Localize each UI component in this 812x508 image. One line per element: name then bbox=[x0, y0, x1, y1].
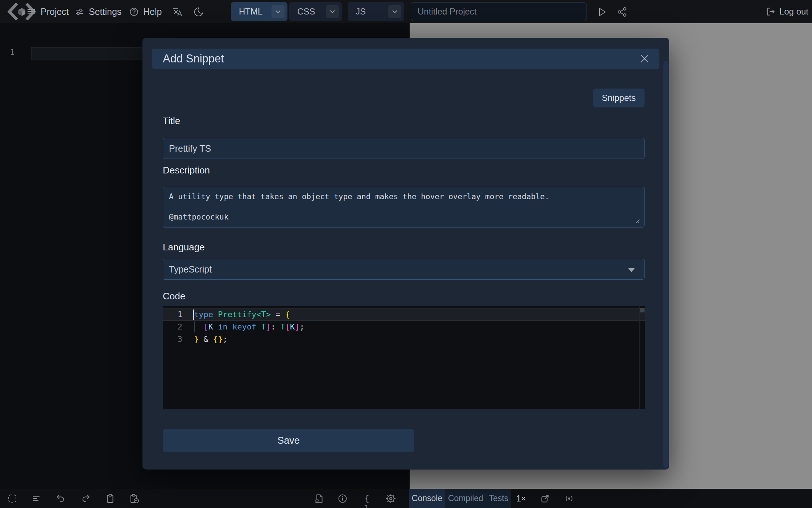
close-icon[interactable] bbox=[640, 53, 651, 64]
title-label: Title bbox=[163, 115, 180, 127]
chevron-down-icon[interactable] bbox=[388, 5, 401, 18]
clipboard-icon[interactable] bbox=[105, 493, 115, 504]
title-input[interactable] bbox=[163, 138, 645, 159]
code-line-text: } & {}; bbox=[194, 333, 228, 345]
logout-icon bbox=[766, 7, 776, 17]
share-icon[interactable] bbox=[617, 6, 629, 18]
snippets-button[interactable]: Snippets bbox=[593, 89, 645, 107]
menu-settings-label: Settings bbox=[89, 7, 121, 17]
chevron-down-icon[interactable] bbox=[272, 5, 285, 18]
code-line-3: 3 } & {}; bbox=[163, 333, 645, 345]
code-line-text: type Prettify<T> = { bbox=[194, 308, 290, 321]
tab-compiled-label: Compiled bbox=[448, 493, 483, 503]
clipboard-remove-icon[interactable] bbox=[129, 493, 139, 504]
resize-grip-icon[interactable] bbox=[635, 218, 640, 224]
open-external-icon[interactable] bbox=[540, 493, 550, 504]
code-line-number: 2 bbox=[163, 321, 182, 333]
tab-js[interactable]: JS bbox=[348, 2, 404, 21]
tab-html-label: HTML bbox=[239, 7, 262, 17]
code-line-2: 2 [K in keyof T]: T[K]; bbox=[163, 321, 645, 333]
code-scrollbar-thumb[interactable] bbox=[640, 308, 645, 312]
menu-settings[interactable]: Settings bbox=[75, 0, 121, 23]
translate-icon[interactable] bbox=[172, 6, 183, 18]
save-button[interactable]: Save bbox=[163, 429, 414, 452]
menu-help-label: Help bbox=[143, 7, 162, 17]
description-label: Description bbox=[163, 165, 210, 176]
menu-project-label: Project bbox=[41, 7, 69, 17]
code-line-text: [K in keyof T]: T[K]; bbox=[194, 321, 304, 333]
project-name-input[interactable] bbox=[411, 2, 587, 21]
language-value: TypeScript bbox=[169, 264, 212, 275]
sliders-icon bbox=[75, 7, 84, 17]
top-toolbar: Project Settings Help bbox=[0, 0, 812, 23]
moon-icon[interactable] bbox=[193, 6, 204, 18]
code-scrollbar-track bbox=[639, 306, 640, 409]
help-icon bbox=[129, 7, 139, 17]
info-icon[interactable] bbox=[337, 493, 348, 504]
tab-js-label: JS bbox=[356, 7, 366, 17]
tab-tests-label: Tests bbox=[489, 493, 509, 503]
zoom-level-button[interactable]: 1× bbox=[516, 489, 526, 508]
select-arrow-icon bbox=[628, 268, 635, 272]
tab-html[interactable]: HTML bbox=[231, 2, 287, 21]
dialog-header: Add Snippet bbox=[152, 49, 659, 69]
tab-tests[interactable]: Tests bbox=[486, 489, 511, 508]
settings-gear-icon[interactable] bbox=[386, 493, 396, 504]
undo-icon[interactable] bbox=[56, 493, 66, 504]
braces-icon[interactable]: { } bbox=[362, 493, 372, 504]
bottom-toolbar: { } Console Compiled Tests 1× bbox=[0, 489, 812, 508]
logout-button[interactable]: Log out bbox=[766, 0, 808, 23]
file-link-icon[interactable] bbox=[314, 493, 324, 504]
snippet-code-editor[interactable]: 1 type Prettify<T> = { 2 [K in keyof T]:… bbox=[163, 306, 645, 409]
menu-help[interactable]: Help bbox=[129, 0, 162, 23]
editor-line-number: 1 bbox=[5, 48, 14, 57]
logout-label: Log out bbox=[779, 7, 808, 17]
code-line-number: 3 bbox=[163, 333, 182, 345]
redo-icon[interactable] bbox=[80, 493, 91, 504]
play-icon[interactable] bbox=[597, 6, 608, 18]
menu-project[interactable]: Project bbox=[26, 0, 69, 23]
description-textarea[interactable]: A utility type that takes an object type… bbox=[163, 187, 645, 228]
code-line-number: 1 bbox=[163, 308, 182, 321]
language-select[interactable]: TypeScript bbox=[163, 259, 645, 280]
chevron-down-icon[interactable] bbox=[326, 5, 339, 18]
code-label: Code bbox=[163, 291, 185, 302]
select-region-icon[interactable] bbox=[7, 493, 17, 504]
tab-console-label: Console bbox=[412, 493, 442, 503]
tab-console[interactable]: Console bbox=[409, 489, 445, 508]
code-line-1: 1 type Prettify<T> = { bbox=[163, 308, 645, 321]
tab-css[interactable]: CSS bbox=[289, 2, 342, 21]
tab-css-label: CSS bbox=[297, 7, 315, 17]
format-lines-icon[interactable] bbox=[31, 493, 41, 504]
tab-compiled[interactable]: Compiled bbox=[445, 489, 486, 508]
menu-icon bbox=[26, 7, 36, 17]
add-snippet-dialog: Add Snippet Snippets Title Description A… bbox=[142, 38, 669, 470]
dialog-scrollbar[interactable] bbox=[663, 61, 668, 468]
broadcast-icon[interactable] bbox=[564, 493, 574, 504]
dialog-title: Add Snippet bbox=[163, 52, 640, 65]
language-label: Language bbox=[163, 242, 205, 253]
